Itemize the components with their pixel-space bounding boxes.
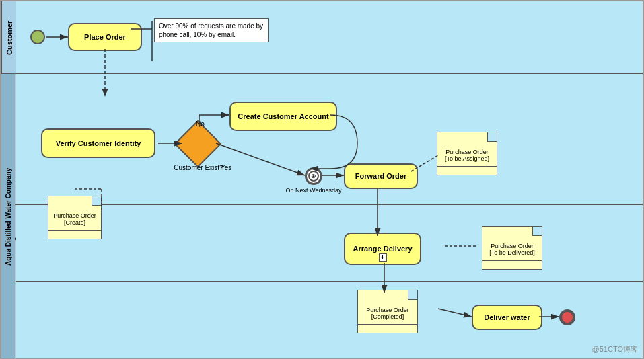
lane-label-customer: Customer xyxy=(1,1,16,74)
deliver-water-task: Deliver water xyxy=(472,305,542,330)
create-account-task: Create Customer Account xyxy=(229,102,337,131)
diagram-container: Customer Customer Service Assistant Logi… xyxy=(0,0,644,359)
po-completed-doc: Purchase Order [Completed] xyxy=(357,290,418,333)
gateway-no-label: No xyxy=(196,120,205,128)
po-create-doc: Purchase Order [Create] xyxy=(48,196,102,239)
place-order-task: Place Order xyxy=(68,23,142,51)
po-assigned-doc: Purchase Order [To be Assigned] xyxy=(437,132,497,175)
watermark: @51CTO博客 xyxy=(592,344,638,354)
intermediate-event-label: On Next Wednesday xyxy=(283,187,344,194)
intermediate-event: ⊕ xyxy=(305,167,322,185)
end-event xyxy=(559,309,575,325)
arrange-delivery-task: Arrange Delivery + xyxy=(344,233,421,265)
forward-order-task: Forward Order xyxy=(344,163,418,189)
gateway-customer-exist-label: Customer Exist? xyxy=(172,164,225,171)
gateway-yes-label: Yes xyxy=(221,164,231,171)
gateway-customer-exist xyxy=(181,127,215,161)
annotation-box: Over 90% of requests are made by phone c… xyxy=(154,18,269,42)
start-event xyxy=(30,30,45,44)
subprocess-marker: + xyxy=(379,253,387,262)
group-label: Aqua Distilled Water Company xyxy=(1,73,15,359)
verify-customer-task: Verify Customer Identity xyxy=(41,128,155,158)
lane-worker: Worker xyxy=(1,282,643,359)
po-delivered-doc: Purchase Order [To be Delivered] xyxy=(482,226,542,270)
